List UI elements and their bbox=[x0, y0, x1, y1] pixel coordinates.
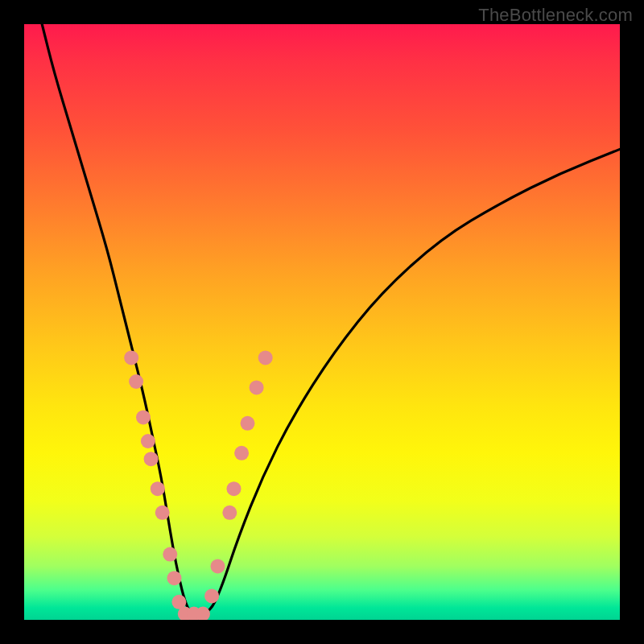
highlight-point bbox=[250, 380, 264, 394]
highlight-point bbox=[141, 434, 155, 448]
watermark-text: TheBottleneck.com bbox=[478, 5, 633, 26]
highlight-point bbox=[167, 571, 182, 585]
highlight-point bbox=[155, 506, 170, 520]
highlight-point bbox=[129, 374, 143, 389]
highlight-point bbox=[151, 481, 165, 496]
chart-svg bbox=[24, 24, 620, 620]
highlight-point bbox=[222, 506, 237, 520]
highlight-point bbox=[211, 559, 225, 573]
highlight-point bbox=[163, 547, 177, 562]
bottleneck-curve bbox=[42, 24, 620, 614]
chart-frame: TheBottleneck.com bbox=[0, 0, 644, 644]
highlight-point bbox=[258, 350, 273, 365]
plot-area bbox=[24, 24, 620, 620]
highlight-point bbox=[227, 481, 242, 496]
highlight-point bbox=[241, 416, 255, 431]
highlight-point bbox=[136, 410, 151, 424]
highlight-point bbox=[144, 452, 159, 466]
highlight-point bbox=[124, 350, 138, 365]
highlight-points-group bbox=[124, 350, 273, 620]
highlight-point bbox=[204, 588, 219, 603]
highlight-point bbox=[234, 446, 249, 460]
